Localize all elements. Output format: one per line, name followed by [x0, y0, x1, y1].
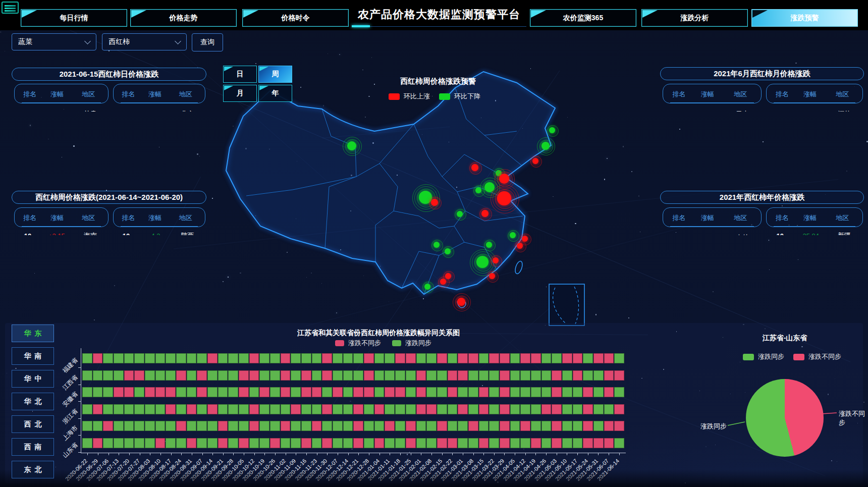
period-button-label: 周	[272, 70, 279, 79]
heatmap-cell	[458, 404, 468, 414]
map-point[interactable]	[486, 242, 492, 248]
heatmap-cell	[426, 421, 437, 431]
map-point[interactable]	[457, 298, 465, 306]
region-button-西南[interactable]: 西南	[12, 438, 54, 456]
period-button-日[interactable]: 日	[223, 66, 257, 83]
heatmap-cell	[614, 404, 624, 414]
x-tick	[390, 453, 390, 455]
period-button-月[interactable]: 月	[223, 85, 257, 102]
x-tick	[358, 453, 359, 455]
x-tick	[306, 453, 307, 455]
map-point[interactable]	[493, 257, 499, 263]
star	[297, 161, 297, 161]
heatmap-cell	[541, 438, 552, 448]
map-point[interactable]	[347, 141, 356, 150]
map-point[interactable]	[475, 187, 481, 193]
heatmap-cell	[155, 421, 166, 431]
region-button-华南[interactable]: 华南	[12, 347, 54, 365]
heatmap-cell	[541, 353, 552, 363]
product-select[interactable]: 西红柿	[102, 33, 187, 50]
pie-legend-diff-label[interactable]: 涨跌不同步	[808, 352, 841, 361]
map-point[interactable]	[476, 256, 489, 268]
period-button-label: 月	[237, 89, 244, 98]
legend-up-label[interactable]: 环比上涨	[404, 92, 430, 101]
rank-table-header: 排名涨幅地区	[15, 84, 108, 102]
tab-updown-analysis[interactable]: 涨跌分析	[641, 9, 748, 27]
heatmap-cell	[259, 438, 269, 448]
menu-icon[interactable]	[2, 2, 19, 14]
map-point[interactable]	[471, 164, 478, 171]
heatmap-cell	[552, 370, 562, 381]
map-point[interactable]	[489, 273, 495, 279]
region-cell: 新疆	[826, 231, 862, 235]
legend-down-swatch[interactable]	[439, 93, 450, 100]
header-divider	[774, 102, 855, 103]
tab-price-trend[interactable]: 价格走势	[130, 9, 237, 27]
header-divider	[670, 102, 754, 103]
heatmap-cell	[281, 421, 291, 431]
heatmap-cell	[239, 370, 249, 381]
x-tick	[223, 453, 224, 455]
star	[456, 187, 457, 188]
map-point[interactable]	[457, 211, 463, 217]
map-point[interactable]	[433, 242, 440, 248]
region-button-西北[interactable]: 西北	[12, 415, 54, 433]
map-point[interactable]	[532, 158, 538, 164]
region-button-东北[interactable]: 东北	[12, 461, 54, 478]
rank-cell: 9	[15, 111, 41, 112]
category-select[interactable]: 蔬菜	[12, 33, 96, 50]
legend-diff-label[interactable]: 涨跌不同步	[348, 339, 381, 348]
region-button-华东[interactable]: 华东	[12, 324, 54, 342]
map-point-ring	[469, 162, 482, 175]
legend-sync-swatch[interactable]	[392, 340, 401, 346]
map-point[interactable]	[445, 248, 451, 254]
map-point[interactable]	[499, 174, 509, 184]
legend-up-swatch[interactable]	[389, 93, 400, 100]
map-point[interactable]	[424, 284, 430, 290]
pie-legend-sync-label[interactable]: 涨跌同步	[758, 352, 784, 361]
heatmap-cell	[583, 353, 593, 363]
heatmap-cell	[301, 421, 311, 431]
legend-diff-swatch[interactable]	[335, 340, 344, 346]
rank-table-year-down: 排名涨幅地区9-26.07广东10-25.84新疆11-25.6云南12-25.…	[766, 207, 863, 227]
heatmap-cell	[312, 353, 322, 363]
heatmap-cell	[259, 353, 269, 363]
region-button-华中[interactable]: 华中	[12, 370, 54, 388]
map-point[interactable]	[440, 279, 446, 285]
region-cell: 海南	[73, 231, 108, 235]
heatmap-cell	[343, 370, 353, 381]
tab-updown-warning[interactable]: 涨跌预警	[751, 9, 858, 27]
map-point[interactable]	[549, 127, 555, 133]
map-point[interactable]	[510, 232, 516, 238]
pie-legend-diff-swatch[interactable]	[793, 354, 804, 360]
tab-agri-monitor-365[interactable]: 农价监测365	[530, 9, 636, 27]
column-header: 地区	[723, 213, 758, 223]
x-tick	[296, 453, 296, 455]
heatmap-cell	[322, 370, 332, 381]
heatmap-cell	[124, 370, 134, 381]
legend-sync-label[interactable]: 涨跌同步	[405, 339, 431, 348]
star	[389, 301, 389, 302]
region-button-华北[interactable]: 华北	[12, 393, 54, 410]
tab-daily-quotes[interactable]: 每日行情	[21, 9, 127, 27]
tab-price-season[interactable]: 价格时令	[242, 9, 349, 27]
period-button-年[interactable]: 年	[258, 85, 292, 102]
map-point[interactable]	[431, 199, 438, 206]
heatmap-cell	[228, 387, 238, 397]
query-button[interactable]: 查询	[192, 33, 223, 51]
x-tick	[411, 453, 411, 455]
heatmap-cell	[458, 353, 468, 363]
pie-legend-sync-swatch[interactable]	[743, 354, 754, 360]
period-button-周[interactable]: 周	[258, 66, 292, 83]
map-point[interactable]	[481, 210, 489, 217]
heatmap-cell	[187, 421, 197, 431]
heatmap-cell	[312, 370, 322, 381]
map-point[interactable]	[517, 243, 523, 249]
heatmap-cell	[374, 404, 385, 414]
star	[423, 298, 424, 299]
rank-panel-title-week: 西红柿周价格涨跌(2021-06-14~2021-06-20)	[12, 191, 206, 204]
map-point[interactable]	[497, 191, 511, 205]
map-point[interactable]	[541, 142, 550, 150]
legend-down-label[interactable]: 环比下降	[454, 92, 480, 101]
heatmap-cell	[291, 404, 301, 414]
